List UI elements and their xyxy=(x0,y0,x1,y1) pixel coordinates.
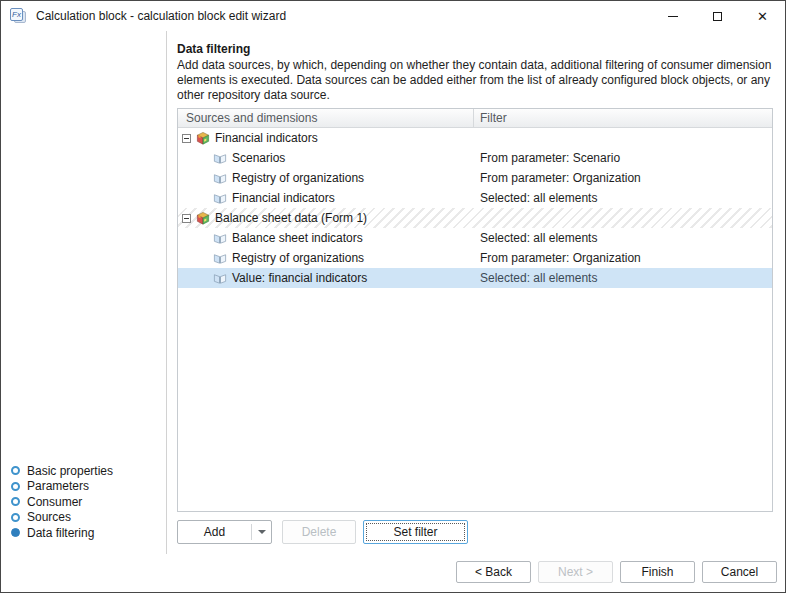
sidebar-separator xyxy=(166,31,167,554)
finish-button[interactable]: Finish xyxy=(620,561,695,583)
close-icon: ✕ xyxy=(757,10,768,23)
table-row[interactable]: Registry of organizations From parameter… xyxy=(178,168,772,188)
table-row[interactable]: Registry of organizations From parameter… xyxy=(178,248,772,268)
wizard-steps: Basic properties Parameters Consumer Sou… xyxy=(11,463,161,541)
close-button[interactable]: ✕ xyxy=(740,1,785,31)
page-description: Add data sources, by which, depending on… xyxy=(177,58,775,103)
row-filter: From parameter: Organization xyxy=(474,171,772,185)
set-filter-button[interactable]: Set filter xyxy=(363,520,468,544)
row-label: Financial indicators xyxy=(232,191,335,205)
book-icon xyxy=(212,151,228,166)
window-title: Calculation block - calculation block ed… xyxy=(36,9,286,23)
table-row[interactable]: Financial indicators xyxy=(178,128,772,148)
sidebar-item-basic-properties[interactable]: Basic properties xyxy=(11,463,161,479)
delete-button[interactable]: Delete xyxy=(282,520,356,544)
grid-header: Sources and dimensions Filter xyxy=(178,109,772,128)
step-label: Basic properties xyxy=(27,464,113,478)
collapse-expander-icon[interactable] xyxy=(182,214,191,223)
step-label: Parameters xyxy=(27,479,89,493)
table-row[interactable]: Financial indicators Selected: all eleme… xyxy=(178,188,772,208)
sidebar-item-parameters[interactable]: Parameters xyxy=(11,479,161,495)
next-button[interactable]: Next > xyxy=(538,561,613,583)
row-label: Financial indicators xyxy=(215,131,318,145)
book-icon xyxy=(212,171,228,186)
add-button-label: Add xyxy=(178,525,251,539)
add-dropdown-arrow[interactable] xyxy=(252,530,271,534)
row-filter: Selected: all elements xyxy=(474,271,772,285)
collapse-expander-icon[interactable] xyxy=(182,134,191,143)
minimize-icon xyxy=(668,16,678,17)
maximize-icon xyxy=(713,12,722,21)
book-icon xyxy=(212,191,228,206)
sidebar-item-sources[interactable]: Sources xyxy=(11,510,161,526)
table-row[interactable]: Balance sheet data (Form 1) xyxy=(178,208,772,228)
step-label: Sources xyxy=(27,510,71,524)
maximize-button[interactable] xyxy=(695,1,740,31)
column-header-sources: Sources and dimensions xyxy=(178,109,474,127)
step-bullet-icon xyxy=(11,497,20,506)
row-label: Value: financial indicators xyxy=(232,271,367,285)
step-label: Consumer xyxy=(27,495,82,509)
cancel-button[interactable]: Cancel xyxy=(702,561,777,583)
step-bullet-icon xyxy=(11,513,20,522)
row-filter: Selected: all elements xyxy=(474,231,772,245)
back-button[interactable]: < Back xyxy=(456,561,531,583)
chevron-down-icon xyxy=(258,530,266,534)
app-icon: Fx xyxy=(10,8,28,24)
book-icon xyxy=(212,231,228,246)
row-label: Registry of organizations xyxy=(232,251,364,265)
step-bullet-icon xyxy=(11,528,20,537)
table-row[interactable]: Scenarios From parameter: Scenario xyxy=(178,148,772,168)
step-label: Data filtering xyxy=(27,526,94,540)
table-row[interactable]: Balance sheet indicators Selected: all e… xyxy=(178,228,772,248)
step-bullet-icon xyxy=(11,482,20,491)
page-title: Data filtering xyxy=(177,42,250,56)
book-icon xyxy=(212,251,228,266)
column-header-filter: Filter xyxy=(474,109,772,127)
row-filter: Selected: all elements xyxy=(474,191,772,205)
row-label: Balance sheet data (Form 1) xyxy=(215,211,367,225)
row-label: Registry of organizations xyxy=(232,171,364,185)
row-label: Balance sheet indicators xyxy=(232,231,363,245)
book-icon xyxy=(212,271,228,286)
minimize-button[interactable] xyxy=(650,1,695,31)
sidebar-item-consumer[interactable]: Consumer xyxy=(11,494,161,510)
cube-icon xyxy=(195,211,211,226)
row-filter: From parameter: Organization xyxy=(474,251,772,265)
wizard-window: Fx Calculation block - calculation block… xyxy=(0,0,786,593)
row-filter: From parameter: Scenario xyxy=(474,151,772,165)
title-bar: Fx Calculation block - calculation block… xyxy=(1,1,785,31)
step-bullet-icon xyxy=(11,466,20,475)
add-button[interactable]: Add xyxy=(177,520,272,544)
sources-grid: Sources and dimensions Filter Financial … xyxy=(177,108,773,512)
row-label: Scenarios xyxy=(232,151,285,165)
table-row-selected[interactable]: Value: financial indicators Selected: al… xyxy=(178,268,772,288)
cube-icon xyxy=(195,131,211,146)
sidebar-item-data-filtering[interactable]: Data filtering xyxy=(11,525,161,541)
